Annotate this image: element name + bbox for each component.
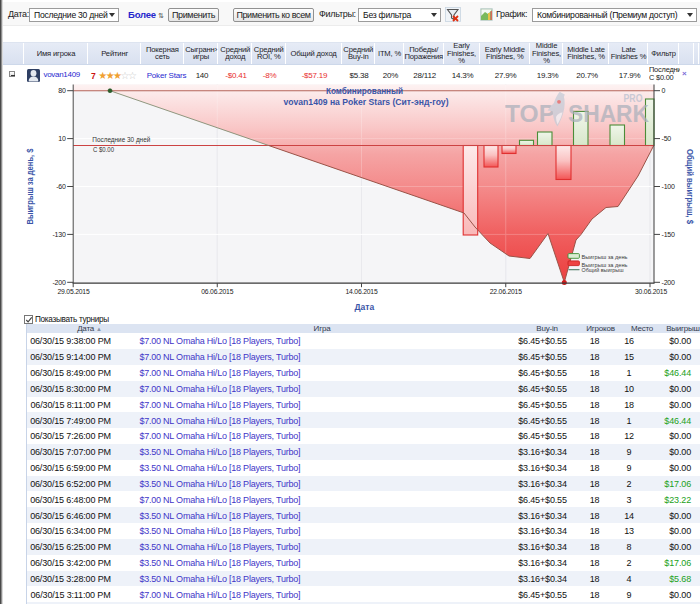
svg-text:10: 10 [58,135,66,142]
svg-text:Комбинированный: Комбинированный [326,86,403,96]
svg-text:-100: -100 [662,183,676,190]
svg-text:TOP: TOP [505,101,555,127]
svg-text:SHARK: SHARK [568,101,649,127]
svg-text:Общий выигрыш: Общий выигрыш [582,266,624,273]
svg-text:-150: -150 [662,231,676,238]
svg-text:80: 80 [58,87,66,94]
svg-text:Последние 30 дней: Последние 30 дней [92,136,150,144]
svg-text:-200: -200 [52,279,66,286]
svg-text:-130: -130 [52,231,66,238]
svg-text:22.06.2015: 22.06.2015 [490,288,522,295]
svg-text:-50: -50 [662,135,672,142]
svg-text:0: 0 [662,87,666,94]
svg-text:30.06.2015: 30.06.2015 [635,288,667,295]
svg-text:Дата: Дата [354,302,374,312]
svg-text:14.06.2015: 14.06.2015 [346,288,378,295]
svg-text:PRO: PRO [624,93,643,104]
svg-text:29.05.2015: 29.05.2015 [58,288,90,295]
svg-text:Общий выигрыш, $: Общий выигрыш, $ [685,149,695,224]
svg-text:-200: -200 [662,279,676,286]
svg-text:06.06.2015: 06.06.2015 [201,288,233,295]
svg-text:Выигрыш за день: Выигрыш за день [582,253,628,260]
svg-text:С $0.00: С $0.00 [93,146,114,153]
svg-text:vovan1409 на Poker Stars (Сит-: vovan1409 на Poker Stars (Сит-энд-гоу) [284,97,449,107]
svg-text:Выигрыш за день, $: Выигрыш за день, $ [25,148,35,224]
svg-text:-60: -60 [56,183,66,190]
